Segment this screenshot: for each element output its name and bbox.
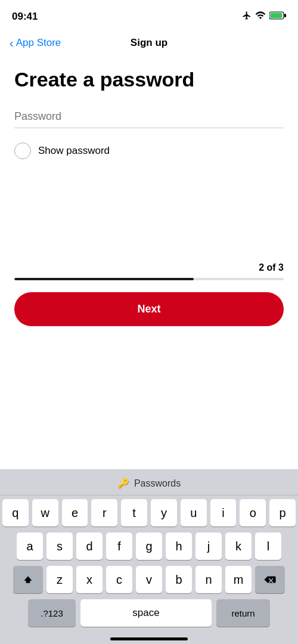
passwords-bar[interactable]: 🔑 Passwords xyxy=(0,474,298,496)
key-a[interactable]: a xyxy=(17,532,43,560)
delete-key[interactable] xyxy=(255,566,285,593)
key-z[interactable]: z xyxy=(46,566,73,593)
home-indicator xyxy=(0,633,298,644)
key-q[interactable]: q xyxy=(2,499,29,527)
nav-bar: ‹ App Store Sign up xyxy=(0,30,298,56)
key-g[interactable]: g xyxy=(136,532,162,560)
airplane-icon xyxy=(242,11,252,23)
status-icons xyxy=(242,11,286,23)
key-s[interactable]: s xyxy=(46,532,73,560)
battery-icon xyxy=(269,11,286,22)
key-n[interactable]: n xyxy=(195,566,222,593)
back-button[interactable]: ‹ App Store xyxy=(10,37,61,49)
key-w[interactable]: w xyxy=(32,499,58,527)
key-p[interactable]: p xyxy=(269,499,296,527)
keyboard: 🔑 Passwords q w e r t y u i o p a s d f … xyxy=(0,469,298,644)
main-content: Create a password Show password xyxy=(0,56,298,162)
key-o[interactable]: o xyxy=(240,499,266,527)
key-k[interactable]: k xyxy=(225,532,252,560)
key-e[interactable]: e xyxy=(62,499,88,527)
key-t[interactable]: t xyxy=(121,499,147,527)
page-heading: Create a password xyxy=(14,68,284,91)
space-key[interactable]: space xyxy=(80,599,212,627)
keyboard-row-4: .?123 space return xyxy=(0,599,298,627)
key-i[interactable]: i xyxy=(210,499,237,527)
progress-bar-fill xyxy=(14,278,194,280)
back-chevron-icon: ‹ xyxy=(10,37,14,49)
key-m[interactable]: m xyxy=(225,566,252,593)
page-title: Sign up xyxy=(131,37,167,49)
return-key[interactable]: return xyxy=(216,599,270,627)
status-time: 09:41 xyxy=(12,11,38,23)
key-j[interactable]: j xyxy=(195,532,222,560)
key-r[interactable]: r xyxy=(91,499,117,527)
progress-label: 2 of 3 xyxy=(14,262,284,273)
show-password-toggle[interactable] xyxy=(14,143,31,159)
next-button[interactable]: Next xyxy=(14,292,284,326)
keyboard-row-3: z x c v b n m xyxy=(0,566,298,593)
wifi-icon xyxy=(255,11,266,23)
key-icon: 🔑 xyxy=(117,478,129,489)
key-l[interactable]: l xyxy=(255,532,281,560)
keyboard-row-1: q w e r t y u i o p xyxy=(0,499,298,527)
key-x[interactable]: x xyxy=(76,566,103,593)
key-v[interactable]: v xyxy=(136,566,162,593)
shift-key[interactable] xyxy=(13,566,43,593)
home-bar xyxy=(110,637,188,640)
bottom-action: 2 of 3 Next xyxy=(0,262,298,326)
progress-bar-container xyxy=(14,278,284,280)
key-h[interactable]: h xyxy=(166,532,192,560)
passwords-bar-label: Passwords xyxy=(134,478,181,489)
keyboard-row-2: a s d f g h j k l xyxy=(0,532,298,560)
special-key[interactable]: .?123 xyxy=(28,599,76,627)
key-y[interactable]: y xyxy=(151,499,177,527)
status-bar: 09:41 xyxy=(0,0,298,30)
key-u[interactable]: u xyxy=(181,499,207,527)
password-input[interactable] xyxy=(14,106,284,128)
key-f[interactable]: f xyxy=(106,532,132,560)
back-label: App Store xyxy=(16,37,61,49)
key-d[interactable]: d xyxy=(76,532,103,560)
key-b[interactable]: b xyxy=(166,566,192,593)
show-password-label: Show password xyxy=(38,145,110,157)
svg-rect-2 xyxy=(284,14,286,17)
svg-rect-1 xyxy=(271,13,283,18)
key-c[interactable]: c xyxy=(106,566,132,593)
show-password-row: Show password xyxy=(14,140,284,162)
